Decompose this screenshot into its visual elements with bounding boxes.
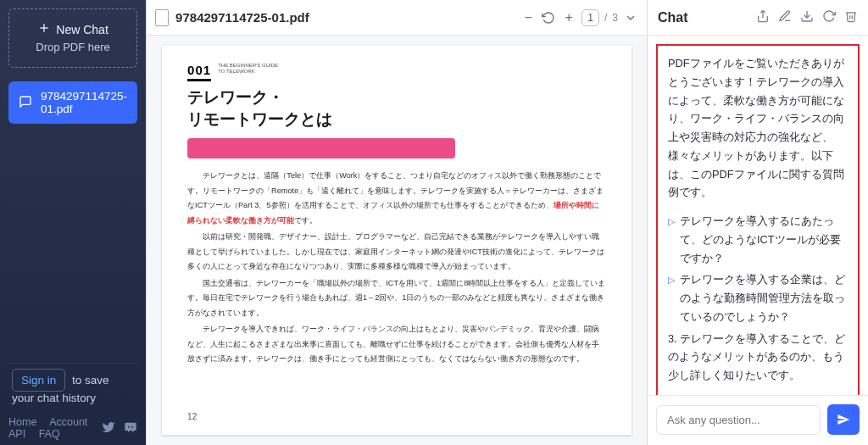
chat-input[interactable] (656, 405, 821, 435)
chat-intro: PDFファイルをご覧いただきありがとうございます！テレワークの導入によって、柔軟… (668, 54, 848, 202)
pdf-toolbar: 9784297114725-01.pdf − + 1 / 3 (147, 0, 647, 36)
chat-header: Chat (648, 0, 868, 36)
chat-icon (19, 95, 32, 111)
pdf-viewport[interactable]: 001 THE BEGINNER'S GUIDETO TELEWORK テレワー… (147, 36, 647, 445)
chat-input-row (648, 395, 868, 445)
play-icon: ▷ (668, 214, 675, 230)
drop-pdf-label: Drop PDF here (36, 41, 109, 53)
footer-api[interactable]: API (8, 428, 25, 440)
page-current[interactable]: 1 (581, 9, 599, 26)
footer-account[interactable]: Account (49, 416, 87, 428)
zoom-in-icon[interactable]: + (561, 10, 576, 25)
suggested-question-1[interactable]: ▷ テレワークを導入するにあたって、どのようなICTツールが必要ですか？ (668, 212, 848, 267)
signin-row: Sign in to save your chat history (8, 363, 137, 413)
chapter-subtitle: THE BEGINNER'S GUIDETO TELEWORK (218, 63, 278, 74)
more-icon[interactable] (623, 11, 638, 25)
sidebar-chat-item[interactable]: 9784297114725-01.pdf (8, 81, 137, 124)
document-body: テレワークとは、遠隔（Tele）で仕事（Work）をすること、つまり自宅などのオ… (187, 169, 606, 409)
plus-icon (37, 21, 51, 37)
discord-icon[interactable] (124, 420, 137, 437)
chat-body: PDFファイルをご覧いただきありがとうございます！テレワークの導入によって、柔軟… (648, 36, 868, 395)
pdf-filename: 9784297114725-01.pdf (175, 10, 514, 25)
rotate-icon[interactable] (541, 11, 556, 25)
document-title: テレワーク・リモートワークとは (187, 86, 606, 130)
sidebar: New Chat Drop PDF here 9784297114725-01.… (0, 0, 146, 445)
suggested-question-2[interactable]: ▷ テレワークを導入する企業は、どのような勤務時間管理方法を取っているのでしょう… (668, 270, 848, 325)
signin-button[interactable]: Sign in (12, 369, 65, 392)
chapter-number: 001 (187, 63, 211, 81)
footer-faq[interactable]: FAQ (39, 428, 60, 440)
new-chat-label: New Chat (56, 23, 108, 36)
sidebar-footer: Home Account API FAQ (8, 413, 137, 440)
send-button[interactable] (827, 404, 860, 435)
pdf-page-number: 12 (187, 412, 606, 421)
footer-home[interactable]: Home (8, 416, 36, 428)
new-chat-dropzone[interactable]: New Chat Drop PDF here (8, 8, 137, 68)
chat-title: Chat (658, 10, 749, 25)
heading-bar (187, 138, 455, 159)
refresh-icon[interactable] (822, 9, 836, 25)
chat-panel: Chat PDFファイルをご覧いただきありがとうございます！テレワークの導入によ… (648, 0, 868, 445)
play-icon: ▷ (668, 272, 675, 288)
suggested-question-3[interactable]: 3. テレワークを導入することで、どのようなメリットがあるのか、もう少し詳しく知… (668, 330, 848, 385)
download-icon[interactable] (800, 9, 814, 25)
sidebar-chat-filename: 9784297114725-01.pdf (41, 90, 127, 115)
zoom-out-icon[interactable]: − (520, 10, 536, 25)
page-sep: / (604, 12, 607, 24)
page-total: 3 (612, 12, 618, 24)
pdf-page: 001 THE BEGINNER'S GUIDETO TELEWORK テレワー… (162, 46, 632, 435)
edit-icon[interactable] (778, 9, 792, 25)
twitter-icon[interactable] (102, 420, 115, 437)
share-icon[interactable] (756, 9, 770, 25)
pdf-panel: 9784297114725-01.pdf − + 1 / 3 001 THE B… (146, 0, 648, 445)
chat-message: PDFファイルをご覧いただきありがとうございます！テレワークの導入によって、柔軟… (656, 44, 860, 395)
trash-icon[interactable] (844, 9, 858, 25)
document-icon (155, 9, 169, 26)
